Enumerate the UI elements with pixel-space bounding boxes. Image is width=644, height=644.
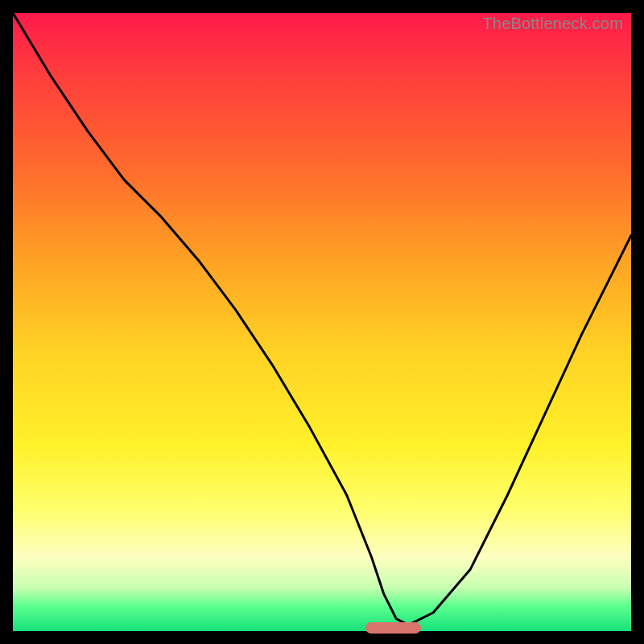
- chart-frame: TheBottleneck.com: [0, 0, 644, 644]
- optimal-marker: [365, 622, 421, 634]
- bottleneck-curve: [13, 13, 631, 631]
- curve-path: [13, 13, 631, 625]
- plot-area: TheBottleneck.com: [13, 13, 631, 631]
